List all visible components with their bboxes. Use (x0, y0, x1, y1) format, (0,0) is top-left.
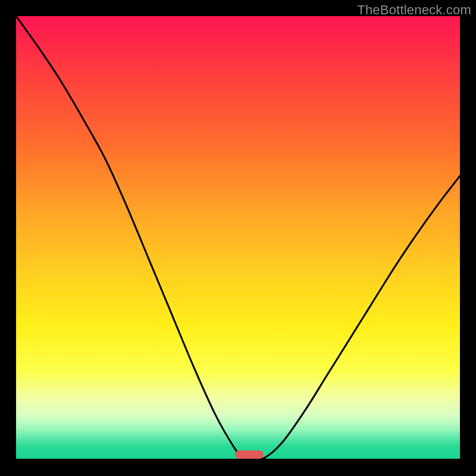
watermark-text: TheBottleneck.com (357, 2, 471, 18)
x-axis-baseline (16, 459, 460, 460)
optimal-marker (235, 450, 264, 459)
bottleneck-curve (16, 16, 460, 460)
chart-frame (16, 16, 460, 460)
